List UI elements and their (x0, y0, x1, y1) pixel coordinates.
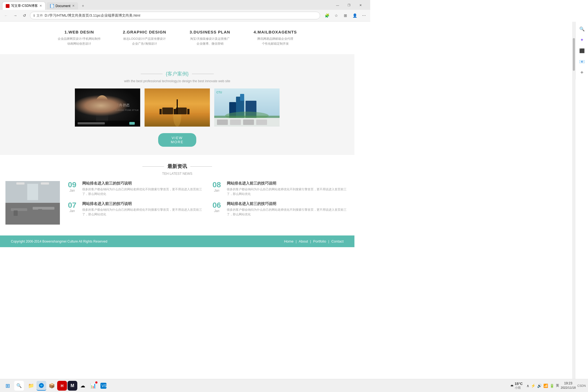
svg-rect-10 (78, 122, 105, 124)
news-section: 最新资讯 TEH LATEST NEWS (0, 155, 354, 235)
svg-rect-34 (256, 120, 267, 125)
new-tab-button[interactable]: + (79, 2, 87, 10)
back-button[interactable]: ← (2, 12, 10, 19)
svg-rect-42 (27, 184, 38, 200)
footer-nav-home[interactable]: Home (284, 239, 293, 243)
address-url: D:/学习/HTML/博文尚美首页/3.11pc企业端界面博文尚美.html (45, 13, 317, 18)
csdn-favicon (6, 4, 10, 8)
footer-nav-contact[interactable]: Contact (331, 239, 344, 243)
portfolio-item-2[interactable] (145, 88, 210, 127)
info-icon: ℹ (33, 14, 35, 17)
news-date-2: 08 Jan (210, 181, 223, 192)
service-graphic-title: 2.GRAPHIC DESIGN (117, 30, 172, 34)
tab-close-doc[interactable]: ✕ (72, 4, 75, 8)
service-web-design-title: 1.WEB DESIN (52, 30, 106, 34)
news-section-header: 最新资讯 TEH LATEST NEWS (5, 163, 349, 176)
news-item-2[interactable]: 08 Jan 网站排名进入前三的技巧说明 很多的客户都会纳闷为什么自己的网站老师… (210, 181, 349, 196)
service-mailbox: 4.MAILBOXAGENTS 腾讯网易品牌邮箱企业代理 个性化邮箱定制开发 (243, 27, 308, 49)
svg-rect-21 (177, 99, 178, 114)
svg-text:CLASSIC POSE STYLE: CLASSIC POSE STYLE (115, 109, 139, 111)
svg-rect-14 (145, 113, 210, 127)
svg-rect-20 (187, 109, 189, 114)
svg-rect-6 (96, 109, 108, 122)
address-bar[interactable]: ℹ 文件 D:/学习/HTML/博文尚美首页/3.11pc企业端界面博文尚美.h… (30, 12, 320, 19)
svg-rect-31 (217, 120, 228, 125)
tab-close-csdn[interactable]: ✕ (39, 4, 42, 8)
news-title-cn: 最新资讯 (167, 163, 187, 170)
address-bar-row: ← → ↺ ℹ 文件 D:/学习/HTML/博文尚美首页/3.11pc企业端界面… (0, 10, 370, 21)
reload-button[interactable]: ↺ (21, 12, 28, 19)
maximize-button[interactable]: ❐ (344, 2, 354, 8)
news-item-1[interactable]: 09 Jan 网站排名进入前三的技巧说明 很多的客户都会纳闷为什么自己的网站老师… (65, 181, 204, 196)
footer: Copyright 2006-2014 Bowenshangmei Cultur… (0, 235, 354, 247)
toolbar-icons: 🧩 ☆ ⊞ 👤 ⋯ (323, 11, 368, 20)
tab-title-csdn: 写文章-CSDN博客 (11, 4, 38, 8)
browser-chrome: 写文章-CSDN博客 ✕ 📄 Document ✕ + — ❐ ✕ ← → ↺ … (0, 0, 370, 22)
clients-section-header: {客户案例} with the best professional techno… (5, 71, 349, 83)
svg-text:CTU: CTU (216, 91, 222, 94)
service-graphic-design: 2.GRAPHIC DESIGN 标志LOGO设计/产品宣传册设计 企业广告/海… (112, 27, 177, 49)
close-button[interactable]: ✕ (355, 2, 366, 8)
news-list-right: 08 Jan 网站排名进入前三的技巧说明 很多的客户都会纳闷为什么自己的网站老师… (210, 181, 349, 225)
svg-rect-43 (16, 182, 24, 185)
svg-rect-11 (129, 122, 135, 125)
clients-section: {客户案例} with the best professional techno… (0, 62, 354, 155)
svg-rect-44 (41, 182, 49, 185)
svg-rect-3 (97, 101, 102, 104)
news-date-1: 09 Jan (65, 181, 79, 192)
service-web-design: 1.WEB DESIN 企业品牌网页设计/手机网站制作 动画网站创意设计 (47, 27, 112, 49)
news-item-3[interactable]: 07 Jan 网站排名进入前三的技巧说明 很多的客户都会纳闷为什么自己的网站老师… (65, 201, 204, 216)
view-more-button[interactable]: VIEW MORE (158, 133, 196, 147)
menu-icon[interactable]: ⋯ (360, 11, 368, 20)
profile-icon[interactable]: 👤 (351, 11, 359, 20)
portfolio-image-3: CTU (214, 88, 280, 127)
svg-rect-16 (160, 109, 162, 114)
svg-rect-25 (240, 94, 244, 101)
portfolio-grid: 经典·韵态 CLASSIC POSE STYLE (5, 88, 349, 127)
news-item-4[interactable]: 06 Jan 网站排名进入前三的技巧说明 很多的客户都会纳闷为什么自己的网站老师… (210, 201, 349, 216)
portfolio-item-1[interactable]: 经典·韵态 CLASSIC POSE STYLE (75, 88, 140, 127)
clients-title-cn: {客户案例} (166, 71, 189, 77)
collections-icon[interactable]: ⊞ (341, 11, 350, 20)
footer-copyright: Copyright 2006-2014 Bowenshangmei Cultur… (11, 240, 107, 243)
svg-rect-37 (11, 208, 27, 211)
doc-favicon: 📄 (50, 4, 54, 8)
portfolio-item-3[interactable]: CTU (214, 88, 280, 127)
news-date-4: 06 Jan (210, 201, 223, 213)
footer-nav-about[interactable]: About (299, 239, 308, 243)
news-grid: 09 Jan 网站排名进入前三的技巧说明 很多的客户都会纳闷为什么自己的网站老师… (5, 181, 349, 225)
forward-button[interactable]: → (11, 12, 19, 19)
service-business-plan: 3.DUSINESS PLAN 淘宝/天猫装修设计及运营推广 企业微博、微信营销 (177, 27, 243, 49)
svg-rect-19 (174, 109, 177, 114)
minimize-button[interactable]: — (332, 2, 343, 8)
section-divider-1 (0, 54, 354, 62)
service-mailbox-desc: 腾讯网易品牌邮箱企业代理 个性化邮箱定制开发 (248, 36, 302, 46)
portfolio-image-1: 经典·韵态 CLASSIC POSE STYLE (75, 88, 140, 127)
favorites-icon[interactable]: ☆ (332, 11, 340, 20)
svg-rect-33 (243, 120, 254, 125)
news-content-2: 网站排名进入前三的技巧说明 很多的客户都会纳闷为什么自己的网站老师优化不到搜索引… (227, 181, 349, 196)
news-subtitle: TEH LATEST NEWS (5, 172, 349, 176)
address-prefix: 文件 (36, 13, 43, 18)
clients-subtitle: with the best professional technology,to… (5, 79, 349, 83)
tab-csdn[interactable]: 写文章-CSDN博客 ✕ (2, 2, 45, 10)
extensions-icon[interactable]: 🧩 (323, 11, 331, 20)
svg-rect-32 (230, 120, 241, 125)
svg-rect-1 (75, 88, 140, 127)
svg-rect-15 (162, 108, 173, 114)
portfolio-image-2 (145, 88, 210, 127)
tab-document[interactable]: 📄 Document ✕ (47, 2, 78, 10)
svg-rect-4 (103, 101, 108, 104)
header-line-left (141, 74, 163, 74)
service-business-desc: 淘宝/天猫装修设计及运营推广 企业微博、微信营销 (183, 36, 237, 46)
news-header-line: 最新资讯 (5, 163, 349, 170)
clients-header-line: {客户案例} (5, 71, 349, 77)
service-business-title: 3.DUSINESS PLAN (183, 30, 237, 34)
svg-text:经典·韵态: 经典·韵态 (116, 103, 130, 107)
news-list-left: 09 Jan 网站排名进入前三的技巧说明 很多的客户都会纳闷为什么自己的网站老师… (65, 181, 204, 225)
service-graphic-desc: 标志LOGO设计/产品宣传册设计 企业广告/海报设计 (117, 36, 172, 46)
svg-rect-40 (38, 209, 42, 215)
footer-nav-portfolio[interactable]: Portfolio (313, 239, 326, 243)
news-date-3: 07 Jan (65, 201, 79, 213)
svg-point-2 (96, 95, 108, 109)
